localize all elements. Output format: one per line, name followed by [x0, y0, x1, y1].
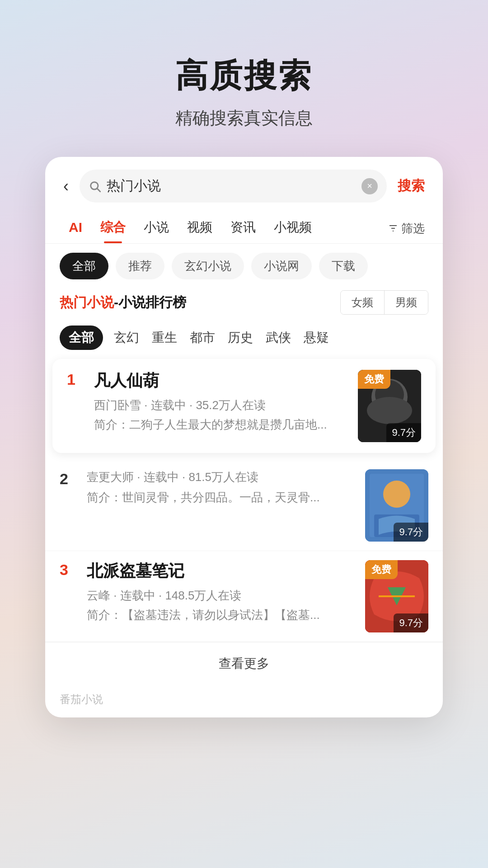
svg-point-10: [392, 387, 396, 394]
tab-视频[interactable]: 视频: [178, 213, 221, 243]
back-button[interactable]: ‹: [60, 175, 72, 198]
book-cover-wrap-1: 免费 9.7分: [358, 370, 421, 442]
book-meta-3: 云峰 · 连载中 · 148.5万人在读: [87, 588, 354, 604]
page-header: 高质搜索 精确搜索真实信息: [175, 54, 313, 130]
subcat-dushi[interactable]: 都市: [188, 326, 217, 350]
svg-line-1: [97, 189, 100, 191]
subcat-wuxia[interactable]: 武侠: [264, 326, 293, 350]
section-header: 热门小说-小说排行榜 女频 男频: [45, 287, 443, 322]
tab-小说[interactable]: 小说: [135, 213, 178, 243]
subfilter-xiaoshuowang[interactable]: 小说网: [251, 253, 312, 279]
book-desc-1: 简介：二狗子人生最大的梦想就是攒几亩地...: [94, 417, 347, 433]
subcat-xuanyi[interactable]: 悬疑: [302, 326, 331, 350]
page-title: 高质搜索: [175, 54, 313, 98]
book-author-1: 西门卧雪: [94, 398, 141, 412]
subfilter-row: 全部 推荐 玄幻小说 小说网 下载: [45, 244, 443, 287]
book-item-3[interactable]: 3 北派盗墓笔记 云峰 · 连载中 · 148.5万人在读 简介：【盗墓违法，请…: [45, 551, 443, 642]
book-readers-3: 148.5万人在读: [165, 589, 241, 602]
book-status-2: 连载中: [144, 470, 179, 484]
section-title: 热门小说-小说排行榜: [60, 293, 186, 312]
filter-icon: [388, 223, 399, 234]
book-list: 1 凡人仙葫 西门卧雪 · 连载中 · 35.2万人在读 简介：二狗子人生最大的…: [45, 359, 443, 717]
search-icon: [89, 180, 101, 193]
subfilter-all[interactable]: 全部: [60, 253, 108, 279]
book-item-featured[interactable]: 1 凡人仙葫 西门卧雪 · 连载中 · 35.2万人在读 简介：二狗子人生最大的…: [52, 359, 436, 453]
book-desc-3: 简介：【盗墓违法，请勿以身试法】【盗墓...: [87, 607, 354, 623]
page-subtitle: 精确搜索真实信息: [175, 107, 313, 130]
view-more-button[interactable]: 查看更多: [45, 642, 443, 685]
book-title-1: 凡人仙葫: [94, 370, 347, 392]
book-readers-2: 81.5万人在读: [188, 470, 258, 484]
subcat-chongsheng[interactable]: 重生: [150, 326, 179, 350]
book-badge-1: 免费: [358, 370, 390, 389]
freq-buttons: 女频 男频: [340, 290, 428, 315]
book-badge-3: 免费: [365, 560, 398, 579]
rank-number-3: 3: [60, 560, 76, 577]
tab-综合[interactable]: 综合: [91, 213, 135, 243]
book-score-3: 9.7分: [394, 613, 428, 632]
subcat-all[interactable]: 全部: [60, 326, 103, 350]
book-score-1: 9.7分: [386, 423, 421, 442]
subcat-lishi[interactable]: 历史: [226, 326, 255, 350]
female-freq-button[interactable]: 女频: [341, 291, 385, 314]
book-item-2[interactable]: 2 壹更大师 · 连载中 · 81.5万人在读 简介：世间灵骨，共分四品。一品，…: [45, 460, 443, 551]
search-input-wrap: 热门小说 ×: [80, 170, 387, 203]
section-title-suffix: -小说排行榜: [114, 295, 186, 310]
subcat-xuanhuan[interactable]: 玄幻: [112, 326, 141, 350]
brand-footer: 番茄小说: [45, 685, 443, 717]
tab-ai[interactable]: AI: [60, 214, 91, 242]
subfilter-recommend[interactable]: 推荐: [116, 253, 164, 279]
book-status-1: 连载中: [151, 398, 186, 412]
tab-资讯[interactable]: 资讯: [221, 213, 265, 243]
book-status-3: 连载中: [120, 589, 155, 602]
tabs-row: AI 综合 小说 视频 资讯 小视频 筛选: [45, 212, 443, 244]
book-title-3: 北派盗墓笔记: [87, 560, 354, 582]
rank-number-1: 1: [67, 370, 83, 387]
book-info-3: 北派盗墓笔记 云峰 · 连载中 · 148.5万人在读 简介：【盗墓违法，请勿以…: [87, 560, 354, 623]
book-desc-2: 简介：世间灵骨，共分四品。一品，天灵骨...: [87, 490, 354, 505]
section-title-highlight: 热门小说: [60, 295, 114, 310]
book-meta-2: 壹更大师 · 连载中 · 81.5万人在读: [87, 469, 354, 485]
search-query: 热门小说: [107, 177, 356, 195]
clear-button[interactable]: ×: [361, 178, 378, 194]
search-bar: ‹ 热门小说 × 搜索: [45, 157, 443, 212]
male-freq-button[interactable]: 男频: [385, 291, 428, 314]
book-meta-1: 西门卧雪 · 连载中 · 35.2万人在读: [94, 397, 347, 413]
svg-point-16: [383, 481, 410, 508]
book-score-2: 9.7分: [394, 523, 428, 542]
book-info-2: 壹更大师 · 连载中 · 81.5万人在读 简介：世间灵骨，共分四品。一品，天灵…: [87, 469, 354, 505]
rank-number-2: 2: [60, 469, 76, 486]
subcategory-row: 全部 玄幻 重生 都市 历史 武侠 悬疑: [45, 322, 443, 359]
subfilter-xuanhuan[interactable]: 玄幻小说: [172, 253, 244, 279]
filter-label: 筛选: [401, 221, 425, 236]
subfilter-download[interactable]: 下载: [319, 253, 368, 279]
book-info-1: 凡人仙葫 西门卧雪 · 连载中 · 35.2万人在读 简介：二狗子人生最大的梦想…: [94, 370, 347, 433]
book-author-3: 云峰: [87, 589, 110, 602]
filter-button[interactable]: 筛选: [384, 215, 428, 242]
search-button[interactable]: 搜索: [394, 177, 428, 195]
book-cover-wrap-3: 免费 9.7分: [365, 560, 428, 632]
tab-小视频[interactable]: 小视频: [265, 213, 321, 243]
app-card: ‹ 热门小说 × 搜索 AI 综合 小说 视频 资讯 小视频 筛选 全部: [45, 157, 443, 717]
book-readers-1: 35.2万人在读: [196, 398, 266, 412]
book-author-2: 壹更大师: [87, 470, 134, 484]
book-cover-wrap-2: 9.7分: [365, 469, 428, 542]
